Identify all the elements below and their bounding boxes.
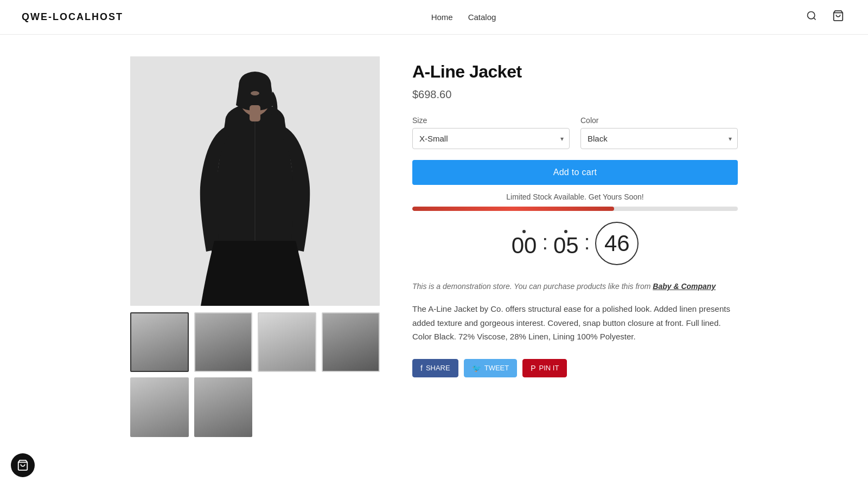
- twitter-icon: 🐦: [472, 364, 481, 373]
- svg-line-1: [814, 18, 816, 20]
- add-to-cart-button[interactable]: Add to cart: [412, 160, 738, 185]
- svg-point-9: [251, 91, 259, 95]
- countdown-seconds-circle: 46: [595, 222, 639, 265]
- main-nav: Home Catalog: [431, 12, 496, 22]
- pinterest-share-label: PIN IT: [539, 364, 559, 372]
- demo-link[interactable]: Baby & Company: [653, 282, 716, 291]
- countdown-hours-segment: 00: [512, 230, 537, 257]
- pinterest-icon: P: [531, 364, 535, 373]
- twitter-share-button[interactable]: 🐦 TWEET: [464, 359, 518, 377]
- facebook-icon: f: [420, 364, 423, 373]
- countdown-timer: 00 : 05 : 46: [412, 222, 738, 265]
- size-option-group: Size X-Small Small Medium Large X-Large …: [412, 116, 570, 149]
- thumbnail-1[interactable]: [130, 312, 189, 372]
- countdown-seconds: 46: [604, 232, 630, 255]
- search-icon: [806, 10, 817, 21]
- product-title: A-Line Jacket: [412, 62, 738, 82]
- search-button[interactable]: [804, 8, 819, 26]
- demo-notice: This is a demonstration store. You can p…: [412, 280, 738, 292]
- countdown-minutes-segment: 05: [553, 230, 579, 257]
- product-price: $698.60: [412, 88, 738, 101]
- color-select[interactable]: Black Navy Grey: [581, 129, 737, 149]
- thumbnail-row-1: [130, 312, 380, 372]
- product-page: A-Line Jacket $698.60 Size X-Small Small…: [108, 56, 760, 437]
- main-product-image: [130, 56, 380, 306]
- svg-rect-8: [250, 105, 260, 121]
- demo-notice-text: This is a demonstration store. You can p…: [412, 282, 650, 291]
- nav-catalog[interactable]: Catalog: [468, 12, 496, 22]
- color-select-wrapper: Black Navy Grey ▾: [580, 128, 738, 149]
- facebook-share-label: SHARE: [426, 364, 450, 372]
- thumbnail-4[interactable]: [322, 312, 380, 372]
- size-select-wrapper: X-Small Small Medium Large X-Large ▾: [412, 128, 570, 149]
- product-info: A-Line Jacket $698.60 Size X-Small Small…: [412, 56, 738, 437]
- header-icons: [804, 8, 846, 27]
- stock-notice: Limited Stock Available. Get Yours Soon!: [412, 192, 738, 201]
- stock-progress-bar: [412, 207, 738, 211]
- cart-icon: [832, 10, 844, 22]
- stock-progress-fill: [412, 207, 614, 211]
- thumbnail-row-2: [130, 377, 380, 437]
- twitter-share-label: TWEET: [484, 364, 509, 372]
- svg-point-0: [807, 12, 814, 19]
- color-label: Color: [580, 116, 738, 125]
- size-select[interactable]: X-Small Small Medium Large X-Large: [413, 129, 569, 149]
- product-options: Size X-Small Small Medium Large X-Large …: [412, 116, 738, 149]
- site-header: QWE-LOCALHOST Home Catalog: [0, 0, 868, 35]
- facebook-share-button[interactable]: f SHARE: [412, 359, 458, 377]
- thumbnail-5[interactable]: [130, 377, 189, 437]
- nav-home[interactable]: Home: [431, 12, 453, 22]
- countdown-colon-1: :: [542, 232, 548, 255]
- countdown-minutes: 05: [553, 234, 579, 257]
- cart-button[interactable]: [830, 8, 846, 27]
- product-gallery: [130, 56, 380, 437]
- countdown-hours: 00: [512, 234, 537, 257]
- shopify-badge[interactable]: [11, 453, 35, 459]
- social-share: f SHARE 🐦 TWEET P PIN IT: [412, 359, 738, 377]
- thumbnail-2[interactable]: [194, 312, 253, 372]
- countdown-colon-2: :: [584, 232, 590, 255]
- thumbnail-6[interactable]: [194, 377, 253, 437]
- product-description: The A-Line Jacket by Co. offers structur…: [412, 302, 738, 344]
- color-option-group: Color Black Navy Grey ▾: [580, 116, 738, 149]
- pinterest-share-button[interactable]: P PIN IT: [522, 359, 567, 377]
- size-label: Size: [412, 116, 570, 125]
- site-logo: QWE-LOCALHOST: [22, 11, 123, 23]
- thumbnail-3[interactable]: [258, 312, 316, 372]
